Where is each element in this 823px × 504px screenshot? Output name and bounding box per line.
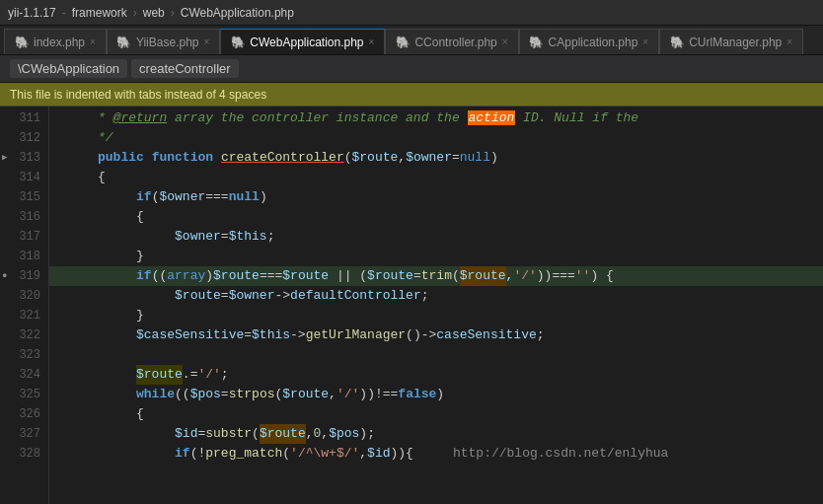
line-num-311: 311 [0, 108, 48, 128]
breadcrumb: \CWebApplication createController [0, 55, 823, 83]
line-num-314: 314 [0, 168, 48, 187]
tab-yiibase-php[interactable]: 🐘 YiiBase.php × [107, 29, 220, 54]
line-num-323: 323 [0, 345, 48, 365]
code-line-327: $id=substr($route,0,$pos); [49, 424, 823, 444]
code-area[interactable]: * @return array the controller instance … [49, 107, 823, 504]
line-num-320: 320 [0, 286, 48, 306]
tab-label: YiiBase.php [136, 36, 199, 49]
line-num-326: 326 [0, 404, 48, 424]
tab-label: CController.php [414, 36, 496, 49]
code-line-317: $owner=$this; [49, 227, 823, 247]
line-num-317: 317 [0, 227, 48, 247]
tab-label: CApplication.php [549, 36, 638, 49]
editor: 311 312 313 314 315 316 317 318 319 320 … [0, 107, 823, 504]
tab-label: CUrlManager.php [689, 36, 782, 49]
tab-capplication-php[interactable]: 🐘 CApplication.php × [519, 29, 660, 54]
php-icon: 🐘 [117, 36, 131, 49]
code-line-316: { [49, 207, 823, 227]
tab-bar: 🐘 index.php × 🐘 YiiBase.php × 🐘 CWebAppl… [0, 26, 823, 55]
php-icon: 🐘 [231, 36, 245, 49]
code-line-324: $route.='/'; [49, 365, 823, 385]
php-icon: 🐘 [670, 36, 684, 49]
tab-close-icon[interactable]: × [204, 36, 210, 47]
tab-close-icon[interactable]: × [786, 36, 792, 47]
watermark: http://blog.csdn.net/enlyhua [453, 444, 668, 464]
title-framework: framework [72, 6, 127, 20]
line-num-322: 322 [0, 325, 48, 345]
tab-curlmanager-php[interactable]: 🐘 CUrlManager.php × [659, 29, 803, 54]
code-line-318: } [49, 247, 823, 266]
line-num-328: 328 [0, 444, 48, 464]
tab-close-icon[interactable]: × [369, 36, 375, 47]
code-line-325: while(($pos=strpos($route,'/'))!==false) [49, 385, 823, 404]
code-line-326: { [49, 404, 823, 424]
php-icon: 🐘 [15, 36, 29, 49]
tab-close-icon[interactable]: × [90, 36, 96, 47]
line-num-313: 313 [0, 148, 48, 168]
php-icon: 🐘 [530, 36, 544, 49]
line-num-318: 318 [0, 247, 48, 266]
line-num-325: 325 [0, 385, 48, 404]
title-web: web [143, 6, 165, 20]
code-line-311: * @return array the controller instance … [49, 108, 823, 128]
tab-ccontroller-php[interactable]: 🐘 CController.php × [385, 29, 518, 54]
tab-label: CWebApplication.php [250, 36, 363, 49]
title-file: CWebApplication.php [181, 6, 294, 20]
breadcrumb-class[interactable]: \CWebApplication [10, 59, 127, 78]
php-icon: 🐘 [396, 36, 410, 49]
warning-text: This file is indented with tabs instead … [10, 88, 266, 102]
line-number-gutter: 311 312 313 314 315 316 317 318 319 320 … [0, 107, 49, 504]
tab-close-icon[interactable]: × [642, 36, 648, 47]
line-num-327: 327 [0, 424, 48, 444]
line-num-315: 315 [0, 187, 48, 207]
tab-cwebapp-php[interactable]: 🐘 CWebApplication.php × [220, 29, 385, 54]
breadcrumb-method[interactable]: createController [131, 59, 239, 78]
code-line-328: if(!preg_match('/^\w+$/',$id)){http://bl… [49, 444, 823, 464]
code-line-323 [49, 345, 823, 365]
title-bar: yii-1.1.17 - framework › web › CWebAppli… [0, 0, 823, 26]
line-num-316: 316 [0, 207, 48, 227]
code-line-312: */ [49, 128, 823, 148]
line-num-321: 321 [0, 306, 48, 325]
code-line-313: public function createController($route,… [49, 148, 823, 168]
code-line-320: $route=$owner->defaultController; [49, 286, 823, 306]
code-line-315: if($owner===null) [49, 187, 823, 207]
tab-close-icon[interactable]: × [502, 36, 508, 47]
code-line-321: } [49, 306, 823, 325]
line-num-312: 312 [0, 128, 48, 148]
code-line-314: { [49, 168, 823, 187]
line-num-319: 319 [0, 266, 48, 286]
title-yii: yii-1.1.17 [8, 6, 56, 20]
code-line-322: $caseSensitive=$this->getUrlManager()->c… [49, 325, 823, 345]
code-line-319: if((array)$route===$route || ($route=tri… [49, 266, 823, 286]
warning-bar: This file is indented with tabs instead … [0, 83, 823, 107]
line-num-324: 324 [0, 365, 48, 385]
tab-index-php[interactable]: 🐘 index.php × [4, 29, 107, 54]
tab-label: index.php [34, 36, 85, 49]
